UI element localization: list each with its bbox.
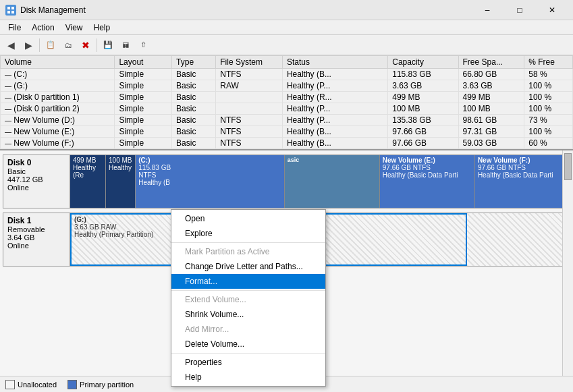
disk-0-part-f[interactable]: New Volume (F:) 97.66 GB NTFS Healthy (B… — [475, 155, 570, 208]
cell-status: Healthy (B... — [282, 126, 387, 138]
cell-free: 59.03 GB — [458, 138, 524, 149]
part-drive: asic — [288, 157, 377, 163]
cell-pct: 100 % — [524, 80, 573, 92]
cell-free: 66.80 GB — [458, 69, 524, 80]
table-row[interactable]: — New Volume (D:) Simple Basic NTFS Heal… — [1, 115, 573, 126]
ctx-item-format[interactable]: Format... — [171, 274, 325, 289]
legend-unallocated-label: Unallocated — [18, 381, 57, 389]
cell-type: Basic — [172, 92, 216, 103]
window-title: Disk Management — [20, 5, 86, 15]
disk-1-status: Online — [7, 242, 65, 250]
cell-pct: 100 % — [524, 103, 573, 115]
legend-unallocated-color — [5, 380, 15, 389]
ctx-item-open[interactable]: Open — [171, 211, 325, 226]
part-size: 499 MB — [73, 157, 103, 164]
close-button[interactable]: ✕ — [537, 0, 568, 20]
ctx-item-help[interactable]: Help — [171, 370, 325, 385]
context-menu: OpenExploreMark Partition as ActiveChang… — [171, 209, 326, 387]
col-header-status: Status — [282, 56, 387, 69]
cell-status: Healthy (P... — [282, 80, 387, 92]
disk-button[interactable]: 💾 — [100, 37, 116, 53]
menu-help[interactable]: Help — [88, 22, 116, 34]
col-header-volume: Volume — [1, 56, 115, 69]
cell-status: Healthy (P... — [282, 103, 387, 115]
toolbar: ◀ ▶ 📋 🗂 ✖ 💾 🖬 ⇧ — [0, 35, 573, 55]
col-header-layout: Layout — [115, 56, 172, 69]
disk-0-part-1[interactable]: 499 MB Healthy (Re — [70, 155, 106, 208]
col-header-pct: % Free — [524, 56, 573, 69]
minimize-button[interactable]: – — [472, 0, 503, 20]
cell-layout: Simple — [115, 115, 172, 126]
cell-fs — [216, 92, 283, 103]
disk-0-title: Disk 0 — [7, 158, 65, 167]
menu-view[interactable]: View — [60, 22, 88, 34]
cell-capacity: 499 MB — [388, 92, 458, 103]
scroll-thumb[interactable] — [564, 153, 572, 180]
disk-0-row: Disk 0 Basic 447.12 GB Online 499 MB Hea… — [3, 155, 570, 208]
disk-0-size: 447.12 GB — [7, 175, 65, 184]
ctx-separator — [171, 353, 325, 354]
table-row[interactable]: — (Disk 0 partition 1) Simple Basic Heal… — [1, 92, 573, 103]
part-drive: New Volume (F:) — [478, 157, 567, 164]
back-button[interactable]: ◀ — [3, 37, 19, 53]
refresh-button[interactable]: 🗂 — [60, 37, 76, 53]
cell-type: Basic — [172, 80, 216, 92]
forward-button[interactable]: ▶ — [20, 37, 36, 53]
disk-0-part-2[interactable]: 100 MB Healthy — [106, 155, 136, 208]
cell-status: Healthy (B... — [282, 69, 387, 80]
ctx-item-delete-volume[interactable]: Delete Volume... — [171, 337, 325, 352]
menu-file[interactable]: File — [3, 22, 26, 34]
disk-0-part-d[interactable]: asic — [285, 155, 380, 208]
volume-table: Volume Layout Type File System Status Ca… — [0, 55, 573, 149]
table-row[interactable]: — (G:) Simple Basic RAW Healthy (P... 3.… — [1, 80, 573, 92]
legend-primary-color — [67, 380, 77, 389]
ctx-separator — [171, 242, 325, 243]
table-row[interactable]: — (Disk 0 partition 2) Simple Basic Heal… — [1, 103, 573, 115]
table-row[interactable]: — New Volume (F:) Simple Basic NTFS Heal… — [1, 138, 573, 149]
cell-pct: 58 % — [524, 69, 573, 80]
ctx-item-explore[interactable]: Explore — [171, 226, 325, 241]
disk-0-part-e[interactable]: New Volume (E:) 97.66 GB NTFS Healthy (B… — [380, 155, 475, 208]
maximize-button[interactable]: □ — [504, 0, 535, 20]
cell-free: 98.61 GB — [458, 115, 524, 126]
table-row[interactable]: — (C:) Simple Basic NTFS Healthy (B... 1… — [1, 69, 573, 80]
part-size: 100 MB — [109, 157, 132, 164]
cell-layout: Simple — [115, 103, 172, 115]
part-size: 97.66 GB NTFS — [383, 164, 472, 171]
svg-rect-2 — [7, 11, 10, 13]
part-status: Healthy (Basic Data Parti — [383, 171, 472, 179]
ctx-item-add-mirror: Add Mirror... — [171, 322, 325, 337]
ctx-separator — [171, 290, 325, 291]
part-drive: (C:) — [138, 157, 281, 164]
cell-pct: 73 % — [524, 115, 573, 126]
ctx-item-properties[interactable]: Properties — [171, 355, 325, 370]
cell-capacity: 135.38 GB — [388, 115, 458, 126]
menu-bar: File Action View Help — [0, 20, 573, 35]
ctx-item-change-drive-letter-and-paths[interactable]: Change Drive Letter and Paths... — [171, 259, 325, 274]
ctx-item-shrink-volume[interactable]: Shrink Volume... — [171, 307, 325, 322]
cell-status: Healthy (B... — [282, 138, 387, 149]
disk-1-label: Disk 1 Removable 3.64 GB Online — [3, 213, 70, 267]
cell-capacity: 100 MB — [388, 103, 458, 115]
cell-free: 3.63 GB — [458, 80, 524, 92]
properties-button[interactable]: 📋 — [43, 37, 59, 53]
part-status: Healthy (B — [138, 179, 281, 186]
cell-free: 97.31 GB — [458, 126, 524, 138]
disk-1-part-unalloc[interactable] — [467, 213, 570, 266]
partition-button[interactable]: 🖬 — [117, 37, 134, 53]
table-row[interactable]: — New Volume (E:) Simple Basic NTFS Heal… — [1, 126, 573, 138]
cell-fs: NTFS — [216, 69, 283, 80]
part-fs: NTFS — [138, 171, 281, 179]
delete-button[interactable]: ✖ — [78, 37, 94, 53]
disk-0-part-c[interactable]: (C:) 115.83 GB NTFS Healthy (B — [136, 155, 284, 208]
scroll-track — [562, 150, 573, 376]
help-toolbar-button[interactable]: ⇧ — [135, 37, 151, 53]
menu-action[interactable]: Action — [26, 22, 59, 34]
svg-rect-3 — [11, 11, 14, 13]
legend-unallocated: Unallocated — [5, 380, 57, 389]
disk-0-type: Basic — [7, 167, 65, 175]
disk-0-label: Disk 0 Basic 447.12 GB Online — [3, 155, 70, 208]
cell-pct: 100 % — [524, 126, 573, 138]
cell-capacity: 97.66 GB — [388, 126, 458, 138]
svg-rect-0 — [7, 7, 10, 9]
